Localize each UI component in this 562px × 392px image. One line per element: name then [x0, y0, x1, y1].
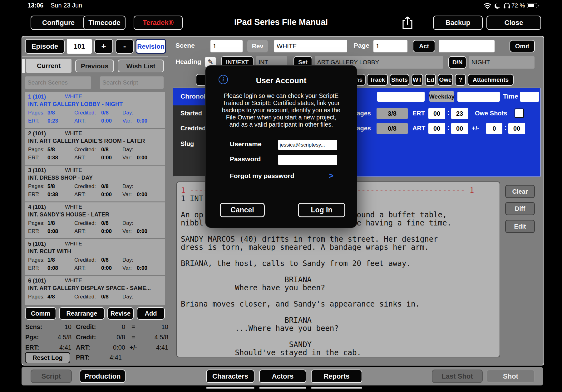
ert-minutes-field[interactable]: 00 — [428, 108, 445, 119]
act-button[interactable]: Act — [413, 40, 435, 52]
configure-button[interactable]: Configure — [31, 16, 86, 30]
totals-row-scenes: Scns:10Credit:0=10 — [25, 323, 168, 331]
omit-button[interactable]: Omit — [510, 40, 535, 52]
cancel-button[interactable]: Cancel — [220, 203, 265, 217]
password-input[interactable] — [278, 155, 337, 165]
scene-list-item[interactable]: 6 (101)WHITE INT. ART GALLERY DISPLAY SP… — [25, 276, 165, 305]
revision-button[interactable]: Revision — [136, 39, 166, 54]
share-icon[interactable] — [401, 14, 414, 31]
tab-shots[interactable]: Shots — [390, 74, 409, 86]
forgot-password-arrow-icon[interactable]: > — [329, 171, 333, 181]
script-tab-button[interactable]: Script — [31, 370, 72, 383]
last-shot-button[interactable]: Last Shot — [432, 370, 483, 383]
page-number-input[interactable] — [373, 40, 407, 52]
page-label: Page — [354, 42, 369, 49]
act-value-input[interactable] — [439, 40, 495, 52]
tab-attachments[interactable]: Attachments — [468, 74, 514, 86]
totals-row-pages: Pgs:4 5/8Credit:0/8=4 5/8 — [25, 334, 168, 341]
scene-list-item[interactable]: 1 (101)WHITE INT. ART GALLERY LOBBY - NI… — [25, 92, 165, 129]
headphones-icon — [503, 2, 510, 10]
panel-divider — [168, 36, 168, 365]
rearrange-button[interactable]: Rearrange — [59, 307, 105, 320]
episode-increment-button[interactable]: + — [94, 39, 113, 54]
forgot-password-link[interactable]: Forgot my password — [230, 172, 294, 180]
clear-button[interactable]: Clear — [505, 185, 535, 198]
plus-minus-label: +/- — [472, 125, 479, 132]
reports-button[interactable]: Reports — [311, 370, 362, 383]
rev-button[interactable]: Rev — [247, 40, 268, 52]
variance-minutes-field[interactable]: 0 — [486, 123, 502, 134]
scene-list-item[interactable]: 5 (101)WHITE INT. RCUT WITH Pages:1/8Cre… — [25, 239, 165, 276]
tab-track[interactable]: Track — [367, 74, 388, 86]
totals-row-ert: ERT:4:41ART:0:00+/-4:41 — [25, 344, 168, 351]
close-button[interactable]: Close — [486, 16, 541, 30]
wifi-icon — [483, 3, 491, 11]
heading-label: Heading — [175, 58, 201, 65]
shot-button[interactable]: Shot — [486, 370, 535, 383]
art-colon: : — [447, 124, 450, 131]
owe-shots-label: Owe Shots — [475, 110, 507, 117]
revise-button[interactable]: Revise — [107, 307, 134, 320]
episode-number-input[interactable] — [67, 39, 92, 54]
backup-button[interactable]: Backup — [433, 16, 483, 30]
characters-button[interactable]: Characters — [206, 370, 254, 383]
tab-previous[interactable]: Previous — [75, 60, 114, 72]
username-input[interactable] — [278, 140, 337, 150]
revision-badge: WHITE — [65, 204, 82, 211]
revision-badge: WHITE — [65, 130, 82, 137]
prt-value: 4:41 — [110, 354, 122, 361]
day-night-input[interactable] — [469, 56, 535, 69]
comm-button[interactable]: Comm — [25, 307, 56, 320]
tab-owe[interactable]: Owe — [438, 74, 453, 86]
battery-tip — [538, 5, 539, 7]
revision-badge: WHITE — [65, 167, 82, 174]
teradek-button[interactable]: Teradek® — [134, 16, 183, 30]
episode-decrement-button[interactable]: - — [116, 39, 134, 54]
scene-list-item[interactable]: 3 (101)WHITE INT. DRESS SHOP - DAY Pages… — [25, 166, 165, 202]
search-script-input[interactable] — [100, 76, 164, 89]
chronology-input-2[interactable] — [457, 92, 500, 102]
episode-button[interactable]: Episode — [25, 39, 65, 54]
art-minutes-field[interactable]: 00 — [428, 123, 445, 134]
scene-list-item[interactable]: 2 (101)WHITE INT. ART GALLERY LADIE'S RO… — [25, 129, 165, 166]
scene-number-input[interactable] — [210, 40, 243, 52]
status-date: Sun 23 Jun — [51, 2, 82, 9]
prt-label: PRT: — [76, 354, 90, 361]
started-pages-value[interactable]: 3/8 — [377, 108, 408, 119]
revision-color-input[interactable] — [274, 40, 347, 52]
revision-badge: WHITE — [65, 278, 82, 284]
reset-log-button[interactable]: Reset Log — [25, 352, 70, 363]
tab-current[interactable]: Current — [26, 59, 71, 73]
battery-icon — [527, 3, 537, 8]
tab-wt[interactable]: WT — [412, 74, 423, 86]
credited-pages-value[interactable]: 0/8 — [377, 123, 408, 134]
home-indicator-fragment — [206, 387, 254, 389]
status-time: 13:06 — [27, 2, 43, 9]
actors-button[interactable]: Actors — [259, 370, 306, 383]
ert-label: ERT — [412, 110, 425, 117]
diff-button[interactable]: Diff — [505, 202, 535, 215]
login-button[interactable]: Log In — [298, 203, 345, 217]
art-seconds-field[interactable]: 00 — [451, 123, 468, 134]
ert-seconds-field[interactable]: 23 — [451, 108, 468, 119]
chronology-tab[interactable]: Chronol — [180, 93, 205, 100]
scene-list-item[interactable]: 4 (101)WHITE INT. SANDY'S HOUSE - LATER … — [25, 202, 165, 239]
chronology-input-1[interactable] — [377, 92, 425, 102]
time-label: Time — [503, 93, 518, 100]
revision-badge: WHITE — [65, 94, 82, 100]
tab-question[interactable]: ? — [455, 74, 466, 86]
add-button[interactable]: Add — [137, 307, 165, 320]
tab-wish-list[interactable]: Wish List — [118, 60, 164, 72]
variance-seconds-field[interactable]: 00 — [508, 123, 525, 134]
day-night-button[interactable]: D/N — [448, 56, 466, 69]
revision-badge: WHITE — [65, 241, 82, 247]
owe-shots-checkbox[interactable] — [515, 109, 524, 118]
username-label: Username — [230, 140, 262, 148]
time-input[interactable] — [520, 92, 539, 102]
production-button[interactable]: Production — [80, 370, 126, 383]
edit-button[interactable]: Edit — [505, 220, 535, 233]
timecode-button[interactable]: Timecode — [83, 16, 126, 30]
tab-ed[interactable]: Ed — [425, 74, 436, 86]
weekday-button[interactable]: Weekday — [429, 91, 454, 102]
search-scenes-input[interactable] — [25, 76, 91, 89]
